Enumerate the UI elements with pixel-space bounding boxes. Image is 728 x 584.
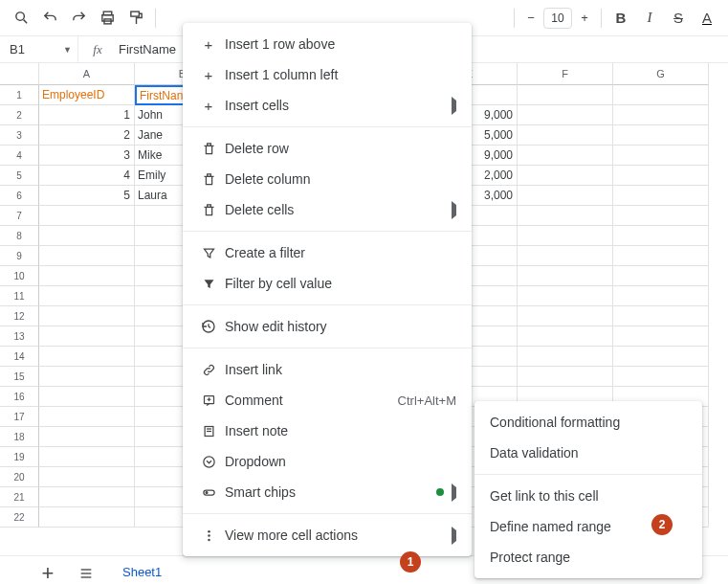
cell[interactable] [613, 266, 709, 286]
row-header[interactable]: 21 [0, 487, 39, 507]
cell[interactable] [39, 427, 135, 447]
cell[interactable] [39, 407, 135, 427]
cell[interactable] [39, 447, 135, 467]
row-header[interactable]: 6 [0, 186, 39, 206]
menu-delete-column[interactable]: Delete column [183, 164, 472, 194]
menu-filter-by-value[interactable]: Filter by cell value [183, 268, 472, 299]
menu-delete-row[interactable]: Delete row [183, 133, 472, 164]
cell[interactable] [39, 246, 135, 266]
col-header[interactable]: G [613, 63, 709, 85]
row-header[interactable]: 1 [0, 85, 39, 105]
cell[interactable] [39, 306, 135, 326]
row-header[interactable]: 17 [0, 407, 39, 427]
row-header[interactable]: 13 [0, 326, 39, 347]
increase-font-icon[interactable]: + [574, 8, 595, 29]
row-header[interactable]: 8 [0, 226, 39, 246]
cell[interactable]: 4 [39, 166, 135, 186]
cell[interactable]: 1 [39, 105, 135, 125]
cell[interactable] [613, 186, 709, 206]
bold-icon[interactable]: B [607, 5, 634, 32]
row-header[interactable]: 11 [0, 286, 39, 306]
text-color-icon[interactable]: A [694, 5, 720, 32]
select-all-corner[interactable] [0, 63, 39, 85]
italic-icon[interactable]: I [636, 5, 663, 32]
cell[interactable]: EmployeeID [39, 85, 135, 105]
menu-insert-cells[interactable]: + Insert cells [183, 90, 472, 121]
cell[interactable] [39, 467, 135, 487]
cell[interactable] [39, 387, 135, 407]
submenu-protect-range[interactable]: Protect range [474, 542, 702, 573]
row-header[interactable]: 16 [0, 387, 39, 407]
submenu-get-link[interactable]: Get link to this cell [474, 481, 702, 511]
row-header[interactable]: 18 [0, 427, 39, 447]
cell[interactable]: 5 [39, 186, 135, 206]
menu-more-cell-actions[interactable]: View more cell actions [183, 520, 472, 550]
redo-icon[interactable] [65, 5, 92, 32]
menu-insert-row-above[interactable]: + Insert 1 row above [183, 29, 472, 59]
cell[interactable] [613, 166, 709, 186]
paint-format-icon[interactable] [122, 5, 149, 32]
menu-insert-link[interactable]: Insert link [183, 354, 472, 385]
add-sheet-icon[interactable]: + [34, 560, 61, 585]
row-header[interactable]: 14 [0, 347, 39, 367]
submenu-conditional-formatting[interactable]: Conditional formatting [474, 407, 702, 438]
menu-comment[interactable]: Comment Ctrl+Alt+M [183, 385, 472, 416]
sheet-tab[interactable]: Sheet1 [111, 557, 173, 585]
cell[interactable] [518, 125, 613, 146]
all-sheets-icon[interactable] [73, 560, 99, 585]
cell[interactable] [613, 226, 709, 246]
row-header[interactable]: 19 [0, 447, 39, 467]
row-header[interactable]: 4 [0, 146, 39, 166]
cell[interactable] [39, 347, 135, 367]
cell[interactable] [613, 125, 709, 146]
cell[interactable]: 3 [39, 146, 135, 166]
cell[interactable] [518, 326, 613, 347]
row-header[interactable]: 22 [0, 507, 39, 528]
cell[interactable] [39, 507, 135, 528]
cell[interactable] [518, 246, 613, 266]
submenu-data-validation[interactable]: Data validation [474, 438, 702, 468]
col-header[interactable]: A [39, 63, 135, 85]
print-icon[interactable] [94, 5, 121, 32]
cell[interactable] [518, 367, 613, 387]
menu-insert-column-left[interactable]: + Insert 1 column left [183, 59, 472, 90]
cell[interactable] [613, 85, 709, 105]
cell[interactable] [613, 286, 709, 306]
menu-delete-cells[interactable]: Delete cells [183, 194, 472, 225]
menu-dropdown[interactable]: Dropdown [183, 446, 472, 477]
cell[interactable] [613, 105, 709, 125]
row-header[interactable]: 3 [0, 125, 39, 146]
strikethrough-icon[interactable]: S [665, 5, 692, 32]
name-box[interactable]: B1 ▼ [0, 36, 78, 62]
cell[interactable] [518, 105, 613, 125]
cell[interactable] [39, 226, 135, 246]
menu-create-filter[interactable]: Create a filter [183, 237, 472, 268]
menu-insert-note[interactable]: Insert note [183, 416, 472, 446]
row-header[interactable]: 5 [0, 166, 39, 186]
cell[interactable] [39, 367, 135, 387]
cell[interactable] [613, 347, 709, 367]
search-icon[interactable] [8, 5, 34, 32]
row-header[interactable]: 12 [0, 306, 39, 326]
decrease-font-icon[interactable]: − [520, 8, 541, 29]
cell[interactable] [518, 146, 613, 166]
col-header[interactable]: F [518, 63, 613, 85]
row-header[interactable]: 7 [0, 206, 39, 226]
cell[interactable] [613, 306, 709, 326]
cell[interactable] [613, 367, 709, 387]
cell[interactable] [518, 186, 613, 206]
cell[interactable] [613, 206, 709, 226]
undo-icon[interactable] [36, 5, 63, 32]
cell[interactable] [518, 266, 613, 286]
cell[interactable] [613, 246, 709, 266]
cell[interactable] [518, 226, 613, 246]
cell[interactable] [39, 326, 135, 347]
cell[interactable] [39, 266, 135, 286]
cell[interactable] [518, 85, 613, 105]
row-header[interactable]: 20 [0, 467, 39, 487]
menu-edit-history[interactable]: Show edit history [183, 311, 472, 342]
cell[interactable] [518, 206, 613, 226]
row-header[interactable]: 2 [0, 105, 39, 125]
cell[interactable] [518, 286, 613, 306]
cell[interactable] [518, 347, 613, 367]
